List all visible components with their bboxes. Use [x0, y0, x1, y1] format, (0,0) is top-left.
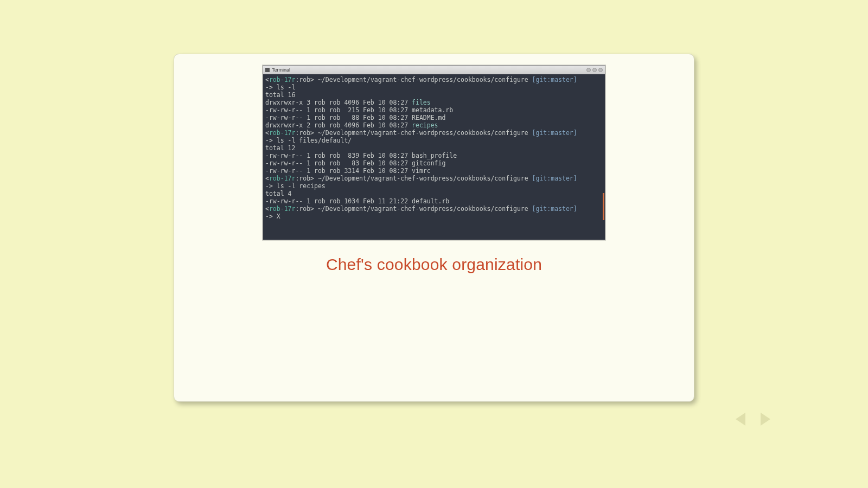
window-close-button[interactable] [598, 68, 603, 72]
terminal-title: Terminal [272, 67, 290, 73]
terminal-scroll-indicator[interactable] [603, 193, 604, 220]
slide-caption: Chef's cookbook organization [326, 255, 542, 274]
terminal-app-icon [265, 68, 270, 72]
window-controls [586, 68, 603, 72]
prev-slide-button[interactable] [736, 413, 745, 426]
next-slide-button[interactable] [761, 413, 770, 426]
terminal-body[interactable]: <rob-17r:rob> ~/Development/vagrant-chef… [263, 74, 605, 240]
window-maximize-button[interactable] [592, 68, 597, 72]
terminal-window: Terminal <rob-17r:rob> ~/Development/vag… [263, 65, 605, 240]
slide-nav [736, 413, 770, 426]
slide-card: Terminal <rob-17r:rob> ~/Development/vag… [174, 54, 694, 402]
terminal-titlebar[interactable]: Terminal [263, 66, 605, 74]
window-minimize-button[interactable] [586, 68, 591, 72]
